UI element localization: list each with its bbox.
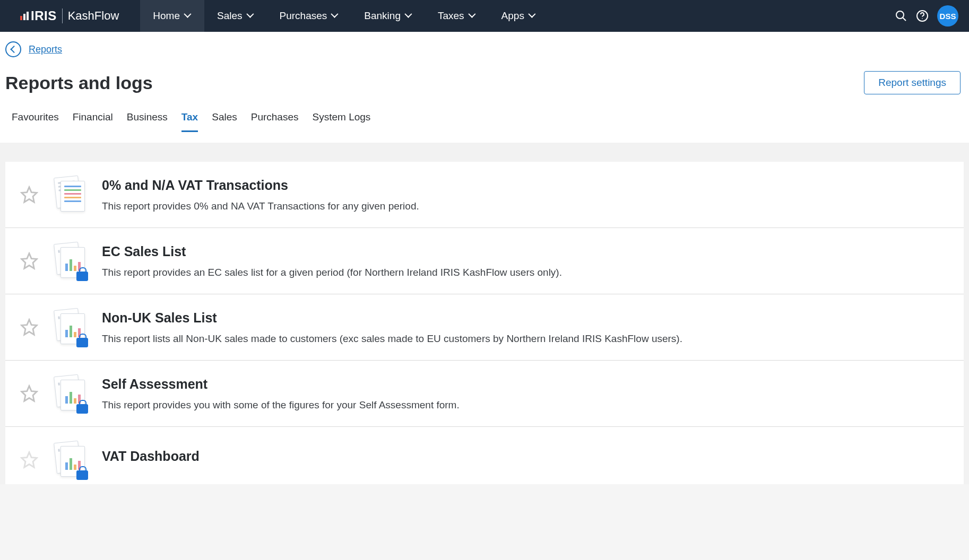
chevron-down-icon	[529, 12, 536, 20]
nav-label: Taxes	[438, 10, 464, 22]
logo-iris-text: IRIS	[31, 8, 57, 23]
lock-icon	[76, 272, 88, 281]
tab-financial[interactable]: Financial	[73, 109, 113, 132]
breadcrumb: Reports	[5, 41, 964, 57]
page-title: Reports and logs	[5, 73, 153, 93]
nav-label: Home	[153, 10, 180, 22]
nav-item-home[interactable]: Home	[140, 0, 204, 32]
report-document-icon	[53, 176, 87, 214]
favourite-star-button[interactable]	[20, 252, 38, 270]
top-nav: IRIS KashFlow Home Sales Purchases Banki…	[0, 0, 969, 32]
report-row[interactable]: Self Assessment This report provides you…	[5, 361, 964, 427]
svg-marker-7	[22, 386, 37, 401]
chevron-down-icon	[331, 12, 339, 20]
back-button[interactable]	[5, 41, 21, 57]
report-row[interactable]: EC Sales List This report provides an EC…	[5, 228, 964, 294]
report-locked-icon	[53, 374, 87, 413]
favourite-star-button[interactable]	[20, 384, 38, 402]
report-description: This report provides an EC sales list fo…	[102, 267, 949, 278]
report-title: Self Assessment	[102, 377, 949, 392]
tabs: Favourites Financial Business Tax Sales …	[5, 109, 964, 132]
search-icon	[895, 10, 907, 22]
tab-favourites[interactable]: Favourites	[12, 109, 59, 132]
report-title: EC Sales List	[102, 244, 949, 259]
logo-product-text: KashFlow	[68, 9, 119, 23]
nav-item-banking[interactable]: Banking	[351, 0, 425, 32]
star-outline-icon	[20, 252, 38, 270]
report-description: This report lists all Non-UK sales made …	[102, 333, 949, 345]
star-outline-icon	[20, 186, 38, 204]
star-outline-icon	[20, 451, 38, 469]
favourite-star-button[interactable]	[20, 451, 38, 469]
help-button[interactable]	[912, 5, 933, 27]
report-row[interactable]: Non-UK Sales List This report lists all …	[5, 294, 964, 361]
report-description: This report provides you with some of th…	[102, 399, 949, 411]
nav-items: Home Sales Purchases Banking Taxes Apps	[140, 0, 549, 32]
svg-marker-6	[22, 320, 37, 335]
report-title: Non-UK Sales List	[102, 310, 949, 326]
nav-item-taxes[interactable]: Taxes	[425, 0, 489, 32]
favourite-star-button[interactable]	[20, 318, 38, 336]
star-outline-icon	[20, 318, 38, 336]
report-locked-icon	[53, 242, 87, 280]
chevron-down-icon	[469, 12, 476, 20]
chevron-down-icon	[405, 12, 412, 20]
nav-item-purchases[interactable]: Purchases	[267, 0, 352, 32]
help-icon	[916, 10, 929, 22]
tab-system-logs[interactable]: System Logs	[313, 109, 371, 132]
report-card: 0% and N/A VAT Transactions This report …	[5, 162, 964, 484]
breadcrumb-link-reports[interactable]: Reports	[29, 44, 62, 55]
svg-marker-8	[22, 452, 37, 467]
report-description: This report provides 0% and NA VAT Trans…	[102, 200, 949, 212]
avatar[interactable]: DSS	[937, 5, 958, 27]
report-row[interactable]: VAT Dashboard	[5, 427, 964, 484]
nav-label: Sales	[217, 10, 243, 22]
svg-marker-5	[22, 253, 37, 268]
report-list-area: 0% and N/A VAT Transactions This report …	[0, 143, 969, 484]
star-outline-icon	[20, 384, 38, 402]
nav-label: Apps	[501, 10, 524, 22]
report-row[interactable]: 0% and N/A VAT Transactions This report …	[5, 162, 964, 228]
svg-marker-4	[22, 187, 37, 202]
report-locked-icon	[53, 308, 87, 346]
nav-label: Banking	[364, 10, 401, 22]
logo[interactable]: IRIS KashFlow	[0, 0, 129, 32]
report-title: 0% and N/A VAT Transactions	[102, 178, 949, 193]
tab-tax[interactable]: Tax	[181, 109, 198, 132]
tab-purchases[interactable]: Purchases	[251, 109, 299, 132]
report-locked-icon	[53, 441, 87, 479]
chevron-down-icon	[247, 12, 254, 20]
lock-icon	[76, 338, 88, 347]
report-settings-button[interactable]: Report settings	[864, 71, 961, 94]
svg-line-1	[903, 18, 906, 21]
svg-point-0	[896, 11, 904, 19]
nav-item-sales[interactable]: Sales	[204, 0, 267, 32]
svg-point-3	[922, 18, 923, 19]
favourite-star-button[interactable]	[20, 186, 38, 204]
chevron-down-icon	[184, 12, 192, 20]
lock-icon	[76, 404, 88, 414]
logo-bars-icon	[20, 12, 29, 20]
logo-divider	[62, 8, 63, 23]
report-title: VAT Dashboard	[102, 449, 949, 464]
nav-item-apps[interactable]: Apps	[489, 0, 549, 32]
tab-sales[interactable]: Sales	[212, 109, 237, 132]
tab-business[interactable]: Business	[127, 109, 168, 132]
nav-label: Purchases	[280, 10, 327, 22]
lock-icon	[76, 470, 88, 480]
page-header: Reports Reports and logs Report settings…	[0, 32, 969, 143]
search-button[interactable]	[890, 5, 912, 27]
